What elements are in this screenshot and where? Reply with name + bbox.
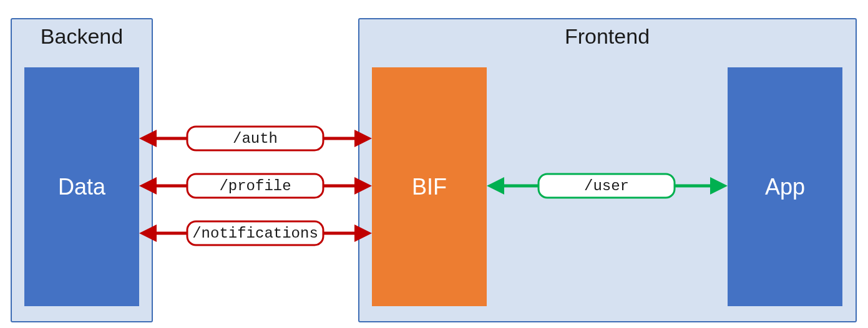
backend-group: Backend Data xyxy=(11,19,152,322)
frontend-title: Frontend xyxy=(565,24,650,48)
connection-auth-label: /auth xyxy=(233,130,278,147)
connection-profile-label: /profile xyxy=(219,178,291,195)
connection-auth: /auth xyxy=(139,127,372,150)
connection-notifications-label: /notifications xyxy=(192,225,318,242)
frontend-group: Frontend BIF App xyxy=(359,19,856,322)
frontend-app-label: App xyxy=(765,174,805,200)
connection-user-label: /user xyxy=(584,178,629,195)
backend-title: Backend xyxy=(41,24,123,48)
architecture-diagram: Backend Data Frontend BIF App /auth /pro… xyxy=(0,0,868,328)
backend-data-label: Data xyxy=(58,174,106,200)
frontend-bif-label: BIF xyxy=(412,174,447,200)
connection-notifications: /notifications xyxy=(139,221,372,245)
connection-profile: /profile xyxy=(139,174,372,198)
